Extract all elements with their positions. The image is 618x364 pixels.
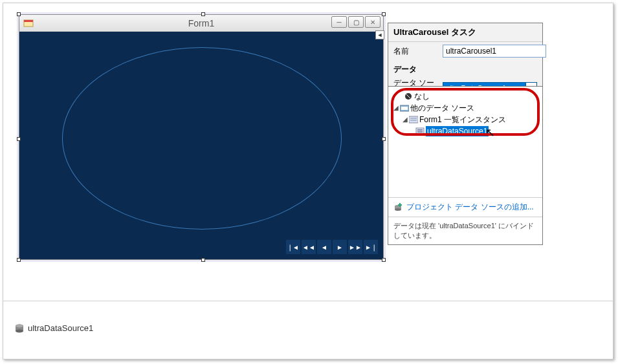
binding-status-text: データは現在 'ultraDataSource1' にバインドしています。 bbox=[388, 217, 542, 244]
none-icon bbox=[404, 92, 413, 101]
tree-selected-datasource-row[interactable]: ultraDataSource1 bbox=[415, 125, 538, 137]
tray-component-label: ultraDataSource1 bbox=[28, 323, 93, 333]
tree-none-label: なし bbox=[414, 91, 430, 102]
svg-rect-6 bbox=[409, 116, 418, 123]
resize-handle[interactable] bbox=[17, 137, 21, 141]
component-tray: ultraDataSource1 bbox=[3, 301, 613, 359]
close-button[interactable]: ✕ bbox=[365, 16, 381, 28]
add-datasource-row[interactable]: プロジェクト データ ソースの追加... bbox=[388, 197, 542, 217]
nav-next-button[interactable]: ► bbox=[333, 240, 347, 254]
tree-form-instances-label: Form1 一覧インスタンス bbox=[419, 114, 506, 125]
tree-selected-label: ultraDataSource1 bbox=[426, 126, 489, 136]
resize-handle[interactable] bbox=[382, 137, 386, 141]
resize-handle[interactable] bbox=[382, 12, 386, 16]
tree-other-sources-row[interactable]: ◢ 他のデータ ソース bbox=[392, 102, 538, 114]
resize-handle[interactable] bbox=[17, 12, 21, 16]
resize-handle[interactable] bbox=[17, 258, 21, 262]
add-icon bbox=[393, 203, 403, 212]
carousel-path-ellipse bbox=[62, 47, 342, 230]
smart-tag-glyph[interactable]: ◄ bbox=[375, 30, 384, 39]
resize-handle[interactable] bbox=[201, 12, 205, 16]
resize-handle[interactable] bbox=[201, 258, 205, 262]
form-list-icon bbox=[409, 115, 418, 124]
svg-point-14 bbox=[395, 208, 401, 211]
designer-frame: Form1 ─ ▢ ✕ ❘◄ ◄◄ ◄ ► ►► ►❘ bbox=[3, 3, 613, 359]
form-titlebar: Form1 ─ ▢ ✕ bbox=[19, 15, 383, 32]
svg-point-19 bbox=[16, 329, 23, 332]
nav-next-page-button[interactable]: ►► bbox=[348, 240, 362, 254]
nav-last-button[interactable]: ►❘ bbox=[364, 240, 378, 254]
svg-rect-16 bbox=[398, 204, 402, 206]
form-title: Form1 bbox=[19, 18, 383, 28]
tree-other-sources-label: 他のデータ ソース bbox=[410, 103, 474, 113]
nav-prev-button[interactable]: ◄ bbox=[317, 240, 331, 254]
svg-rect-11 bbox=[417, 131, 423, 133]
folder-icon bbox=[400, 103, 409, 112]
minimize-button[interactable]: ─ bbox=[331, 16, 347, 28]
nav-prev-page-button[interactable]: ◄◄ bbox=[302, 240, 316, 254]
smart-tag-title: UltraCarousel タスク bbox=[388, 23, 542, 42]
form-designer-canvas: Form1 ─ ▢ ✕ ❘◄ ◄◄ ◄ ► ►► ►❘ bbox=[10, 5, 392, 264]
maximize-button[interactable]: ▢ bbox=[348, 16, 364, 28]
tray-component-item[interactable]: ultraDataSource1 bbox=[15, 323, 93, 333]
ultracarousel-control[interactable]: ❘◄ ◄◄ ◄ ► ►► ►❘ bbox=[19, 32, 383, 259]
name-row: 名前 bbox=[388, 42, 542, 60]
form1-window[interactable]: Form1 ─ ▢ ✕ ❘◄ ◄◄ ◄ ► ►► ►❘ bbox=[19, 14, 384, 260]
carousel-nav-strip: ❘◄ ◄◄ ◄ ► ►► ►❘ bbox=[285, 239, 379, 255]
nav-first-button[interactable]: ❘◄ bbox=[286, 240, 300, 254]
name-label: 名前 bbox=[393, 46, 439, 57]
name-input[interactable] bbox=[443, 45, 546, 58]
datasource-icon bbox=[415, 127, 425, 136]
datasource-tree: なし ◢ 他のデータ ソース ◢ Form1 一覧インスタンス bbox=[388, 87, 542, 197]
svg-rect-5 bbox=[401, 107, 408, 110]
svg-rect-10 bbox=[417, 129, 423, 131]
tree-none-row[interactable]: なし bbox=[396, 91, 538, 102]
expand-toggle[interactable]: ◢ bbox=[392, 103, 400, 113]
window-controls: ─ ▢ ✕ bbox=[331, 16, 381, 28]
resize-handle[interactable] bbox=[382, 258, 386, 262]
data-section-label: データ bbox=[388, 60, 542, 76]
expand-toggle[interactable]: ◢ bbox=[401, 114, 409, 125]
database-icon bbox=[15, 324, 24, 333]
tree-form-instances-row[interactable]: ◢ Form1 一覧インスタンス bbox=[401, 114, 538, 125]
add-datasource-link[interactable]: プロジェクト データ ソースの追加... bbox=[406, 202, 534, 213]
datasource-dropdown-panel: なし ◢ 他のデータ ソース ◢ Form1 一覧インスタンス bbox=[388, 86, 543, 245]
svg-point-20 bbox=[16, 324, 23, 327]
